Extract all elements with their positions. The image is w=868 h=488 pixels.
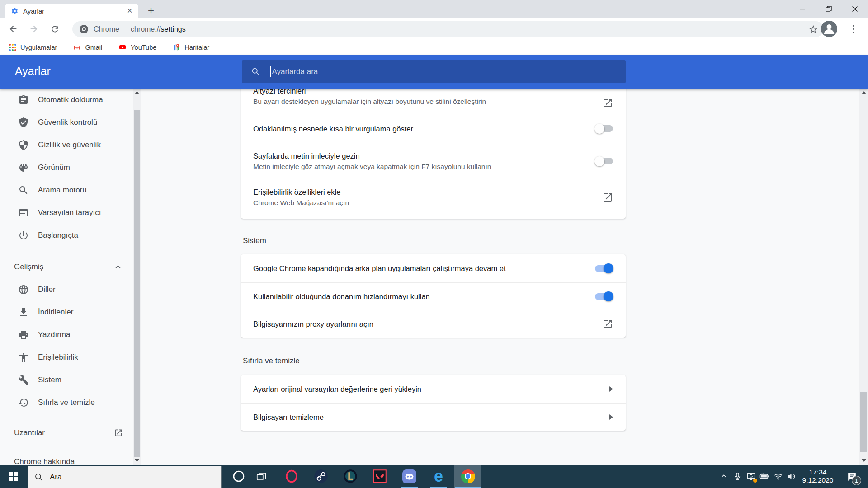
sidebar-item-extensions[interactable]: Uzantılar bbox=[0, 422, 133, 444]
sidebar-item-downloads[interactable]: İndirilenler bbox=[0, 301, 133, 324]
settings-row[interactable]: Erişilebilirlik özellikleri ekle Chrome … bbox=[241, 179, 626, 215]
maps-icon bbox=[173, 43, 180, 51]
taskbar-app-league-of-legends[interactable] bbox=[337, 465, 364, 488]
toggle-off[interactable] bbox=[595, 125, 613, 132]
reload-button[interactable] bbox=[47, 21, 62, 37]
sidebar-item-privacy[interactable]: Gizlilik ve güvenlik bbox=[0, 134, 133, 156]
toggle-knob bbox=[604, 291, 613, 301]
sidebar-item-safety-check[interactable]: Güvenlik kontrolü bbox=[0, 111, 133, 134]
toggle-knob bbox=[594, 124, 604, 134]
bookmark-gmail[interactable]: Gmail bbox=[73, 43, 102, 51]
wifi-icon bbox=[773, 471, 783, 482]
scroll-up-arrow[interactable] bbox=[133, 89, 141, 96]
sidebar-label: Sistem bbox=[38, 375, 61, 385]
settings-row[interactable]: Kullanılabilir olduğunda donanım hızland… bbox=[241, 282, 626, 310]
chevron-right-icon bbox=[609, 414, 613, 420]
restore-button[interactable] bbox=[816, 0, 842, 18]
settings-row[interactable]: Odaklanılmış nesnede kısa bir vurgulama … bbox=[241, 114, 626, 143]
sidebar-label: İndirilenler bbox=[38, 308, 73, 317]
scroll-up-arrow[interactable] bbox=[859, 89, 868, 96]
minimize-button[interactable] bbox=[789, 0, 816, 18]
wifi-tray-icon[interactable] bbox=[771, 465, 785, 488]
sidebar-label: Gizlilik ve güvenlik bbox=[38, 141, 101, 150]
sidebar-item-advanced[interactable]: Gelişmiş bbox=[0, 256, 133, 278]
settings-search-input[interactable]: Ayarlarda ara bbox=[242, 60, 626, 83]
settings-row[interactable]: Google Chrome kapandığında arka plan uyg… bbox=[241, 254, 626, 282]
taskbar-search-input[interactable]: Ara bbox=[28, 466, 222, 488]
bookmark-apps[interactable]: Uygulamalar bbox=[9, 44, 57, 51]
sidebar-item-reset[interactable]: Sıfırla ve temizle bbox=[0, 391, 133, 414]
text-caret bbox=[270, 66, 271, 77]
clock-date: 9.12.2020 bbox=[802, 476, 834, 484]
scroll-down-arrow[interactable] bbox=[133, 457, 141, 464]
toggle-on[interactable] bbox=[595, 293, 613, 300]
sidebar-item-accessibility[interactable]: Erişilebilirlik bbox=[0, 346, 133, 369]
sidebar-scrollbar[interactable] bbox=[133, 89, 141, 465]
taskbar-app-opera-gx[interactable] bbox=[278, 465, 305, 488]
apps-grid-icon bbox=[9, 44, 16, 51]
settings-row[interactable]: Sayfalarda metin imleciyle gezin Metin i… bbox=[241, 143, 626, 179]
task-view-button[interactable] bbox=[248, 465, 275, 488]
tab-close-icon[interactable]: ✕ bbox=[126, 7, 134, 15]
volume-icon bbox=[787, 471, 797, 482]
sidebar-item-languages[interactable]: Diller bbox=[0, 278, 133, 301]
back-button[interactable] bbox=[5, 21, 21, 37]
start-button[interactable] bbox=[0, 465, 26, 488]
sidebar-label: Görünüm bbox=[38, 163, 70, 172]
sidebar-item-about-chrome[interactable]: Chrome hakkında bbox=[0, 452, 133, 465]
profile-avatar[interactable] bbox=[821, 21, 837, 37]
notification-badge: 1 bbox=[852, 476, 861, 485]
browser-tab[interactable]: Ayarlar ✕ bbox=[5, 4, 138, 18]
volume-tray-icon[interactable] bbox=[785, 465, 798, 488]
page-scrollbar[interactable] bbox=[859, 89, 868, 465]
battery-tray-icon[interactable] bbox=[758, 465, 771, 488]
forward-button[interactable] bbox=[26, 21, 42, 37]
hidden-icons-chevron[interactable] bbox=[717, 465, 731, 488]
microphone-tray-icon[interactable] bbox=[731, 465, 744, 488]
row-title: Sayfalarda metin imleciyle gezin bbox=[253, 151, 586, 161]
sidebar-item-system[interactable]: Sistem bbox=[0, 369, 133, 391]
open-in-new-icon[interactable] bbox=[602, 192, 613, 203]
accessibility-card: Altyazı tercihleri Bu ayarı destekleyen … bbox=[241, 89, 626, 219]
omnibox[interactable]: Chrome chrome://settings bbox=[72, 21, 824, 37]
browser-menu-button[interactable] bbox=[847, 23, 860, 35]
settings-sidebar: Otomatik doldurma Güvenlik kontrolü Gizl… bbox=[0, 89, 133, 465]
scroll-down-arrow[interactable] bbox=[859, 457, 868, 464]
url-scheme: chrome:// bbox=[131, 25, 161, 33]
taskbar-app-chrome[interactable] bbox=[454, 465, 481, 488]
steam-icon bbox=[314, 469, 328, 483]
settings-row[interactable]: Bilgisayarı temizleme bbox=[241, 403, 626, 431]
toggle-off[interactable] bbox=[595, 158, 613, 164]
sidebar-item-appearance[interactable]: Görünüm bbox=[0, 156, 133, 179]
taskbar-app-edge[interactable]: e bbox=[425, 465, 452, 488]
settings-row[interactable]: Bilgisayarınızın proxy ayarlarını açın bbox=[241, 310, 626, 338]
taskbar-app-discord[interactable] bbox=[396, 465, 423, 488]
sidebar-item-autofill[interactable]: Otomatik doldurma bbox=[0, 89, 133, 111]
open-in-new-icon[interactable] bbox=[602, 98, 613, 108]
scrollbar-thumb[interactable] bbox=[860, 392, 867, 452]
open-in-new-icon[interactable] bbox=[602, 319, 613, 329]
sidebar-item-search-engine[interactable]: Arama motoru bbox=[0, 179, 133, 202]
new-tab-button[interactable]: + bbox=[145, 5, 157, 17]
sidebar-item-default-browser[interactable]: Varsayılan tarayıcı bbox=[0, 202, 133, 224]
bookmark-maps[interactable]: Haritalar bbox=[173, 43, 209, 51]
bookmark-youtube[interactable]: YouTube bbox=[118, 43, 156, 51]
toggle-on[interactable] bbox=[595, 265, 613, 272]
action-center-button[interactable]: 1 bbox=[842, 465, 862, 488]
back-arrow-icon bbox=[8, 24, 18, 34]
taskbar-clock[interactable]: 17:34 9.12.2020 bbox=[800, 465, 835, 488]
taskbar-app-steam[interactable] bbox=[307, 465, 335, 488]
sidebar-item-startup[interactable]: Başlangıçta bbox=[0, 224, 133, 247]
settings-row[interactable]: Ayarları orijinal varsayılan değerlerine… bbox=[241, 375, 626, 403]
display-sync-tray-icon[interactable] bbox=[744, 465, 758, 488]
sidebar-label: Chrome hakkında bbox=[14, 457, 75, 465]
search-icon bbox=[251, 67, 261, 77]
league-of-legends-icon bbox=[343, 469, 358, 483]
sidebar-item-printing[interactable]: Yazdırma bbox=[0, 324, 133, 346]
settings-row[interactable]: Altyazı tercihleri Bu ayarı destekleyen … bbox=[241, 89, 626, 114]
scrollbar-thumb[interactable] bbox=[134, 110, 140, 457]
close-window-button[interactable] bbox=[842, 0, 868, 18]
bookmark-star-button[interactable] bbox=[808, 24, 818, 34]
taskbar-app-valorant[interactable] bbox=[366, 465, 393, 488]
youtube-icon bbox=[118, 43, 127, 51]
